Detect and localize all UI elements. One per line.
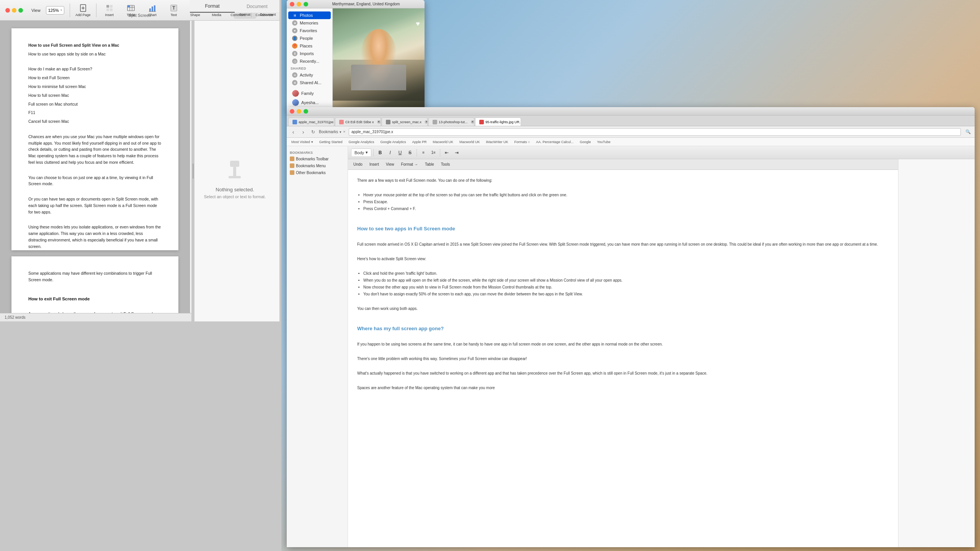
italic-button[interactable]: I (385, 148, 395, 157)
svg-rect-33 (233, 167, 236, 178)
forward-button[interactable]: › (299, 128, 307, 136)
refresh-button[interactable]: ↻ (309, 128, 317, 136)
inner-document[interactable]: Body ▾ B I U S ≡ 1≡ ⇤ ⇥ (348, 146, 975, 547)
insert-button[interactable]: Insert (100, 2, 119, 19)
sidebar-family[interactable]: Family (288, 89, 331, 98)
back-button[interactable]: ‹ (289, 128, 297, 136)
doc-item1: How do I make an app Full Screen? (28, 66, 162, 72)
inner-menu-insert[interactable]: Insert (366, 161, 382, 167)
tab-1-close[interactable]: ✕ (377, 120, 381, 124)
browser-tab-2[interactable]: split_screen_mac.x ✕ (382, 117, 428, 126)
doc-item2: How to exit Full Screen (28, 75, 162, 81)
browser-tabs-bar: apple_mac_319701jpe... ✕ Cit Edi Edit St… (287, 116, 975, 126)
sidebar-shared-al[interactable]: ⊕ Shared Al... (288, 79, 331, 86)
sidebar-item-photos[interactable]: ⊞ Photos (288, 11, 331, 19)
photos-title: Merthyrmawr, England, United Kingdom (310, 2, 421, 6)
bookmark-percentage[interactable]: AA. Percentage Calcul... (534, 140, 575, 144)
split-view-divider[interactable] (191, 21, 194, 321)
inner-sep-2 (416, 149, 417, 156)
sidebar-item-favorites[interactable]: ♥ Favorites (288, 27, 331, 34)
view-button[interactable]: View (29, 7, 43, 13)
places-icon: 📍 (292, 43, 297, 49)
sidebar-item-places[interactable]: 📍 Places (288, 42, 331, 50)
bold-button[interactable]: B (376, 148, 385, 157)
sidebar-ayesha[interactable]: Ayesha... (288, 98, 331, 107)
underline-button[interactable]: U (395, 148, 405, 157)
add-page-button[interactable]: Add Page (73, 2, 93, 19)
search-button[interactable]: 🔍 (964, 128, 972, 136)
inner-menu-table[interactable]: Table (422, 161, 437, 167)
browser-minimize-button[interactable] (297, 109, 301, 114)
sidebar-item-imports[interactable]: ⬇ Imports (288, 50, 331, 57)
body-dropdown-label: Body (354, 150, 364, 155)
bookmark-most-visited[interactable]: Most Visited ▾ (290, 140, 315, 144)
inner-list-item-2: Press Control + Command + F. (363, 206, 965, 212)
media-label: Media (212, 13, 222, 17)
body-dropdown-arrow: ▾ (366, 150, 368, 155)
browser-navbar: ‹ › ↻ Bookmarks ▾ ✕ 🔍 (287, 126, 975, 138)
browser-tab-0[interactable]: apple_mac_319701jpe... ✕ (288, 117, 334, 126)
bookmark-imacwriter[interactable]: iMacWriter UK (485, 140, 510, 144)
tab-1-favicon (339, 120, 344, 124)
format-select-prompt: Select an object or text to format. (198, 194, 272, 200)
list-num-button[interactable]: 1≡ (429, 148, 438, 157)
bookmark-macworld-uk-2[interactable]: Macworld UK (458, 140, 482, 144)
doc-item5: Full screen on Mac shortcut (28, 101, 162, 108)
photos-fullscreen-button[interactable] (304, 2, 308, 7)
sidebar-places-label: Places (300, 44, 312, 48)
sidebar-memories-label: Memories (300, 21, 318, 25)
zoom-arrow-icon: ▾ (60, 8, 62, 12)
address-bar[interactable] (349, 128, 961, 136)
sidebar-item-people[interactable]: 👤 People (288, 34, 331, 42)
document-area[interactable]: How to use Full Screen and Split View on… (0, 21, 190, 321)
photos-minimize-button[interactable] (297, 2, 301, 7)
bookmarks-toggle[interactable]: Bookmarks ▾ ✕ (319, 130, 346, 134)
photo-favorite-icon[interactable]: ♥ (416, 20, 420, 28)
bookmark-google[interactable]: Google (578, 140, 592, 144)
svg-rect-5 (106, 8, 109, 11)
indent-left-button[interactable]: ⇤ (442, 148, 451, 157)
add-page-label: Add Page (75, 13, 91, 17)
indent-right-button[interactable]: ⇥ (452, 148, 461, 157)
bookmark-getting-started[interactable]: Getting Started (318, 140, 344, 144)
close-button[interactable] (5, 8, 10, 13)
tab-2-close[interactable]: ✕ (425, 120, 428, 124)
bookmark-formats[interactable]: Formats ○ (513, 140, 531, 144)
sidebar-recently-label: Recently... (300, 59, 319, 64)
photos-body: ⊞ Photos ★ Memories ♥ Favorites 👤 People… (287, 8, 425, 111)
browser-sidebar-section: Bookmarks (287, 149, 348, 155)
bookmark-google-analytics-2[interactable]: Google Analytics (379, 140, 407, 144)
inner-menu-view[interactable]: View (383, 161, 397, 167)
browser-fullscreen-button[interactable] (304, 109, 308, 114)
browser-sidebar-other[interactable]: Other Bookmarks (287, 169, 348, 176)
bookmark-apple-pr[interactable]: Apple PR (411, 140, 428, 144)
body-dropdown[interactable]: Body ▾ (351, 148, 371, 157)
sidebar-item-recently[interactable]: ◷ Recently... (288, 57, 331, 65)
imacwriter-label: iMacWriter UK (486, 140, 508, 144)
inner-menu-undo[interactable]: Undo (350, 161, 366, 167)
inner-menu-format[interactable]: Format → (398, 161, 421, 167)
browser-tab-1[interactable]: Cit Edi Edit Stibe x ✕ (335, 117, 381, 126)
recently-icon: ◷ (292, 59, 297, 64)
browser-close-button[interactable] (290, 109, 294, 114)
bookmark-google-analytics[interactable]: Google Analytics (347, 140, 376, 144)
photos-close-button[interactable] (290, 2, 294, 7)
minimize-button[interactable] (12, 8, 16, 13)
strikethrough-button[interactable]: S (405, 148, 415, 157)
browser-tab-3[interactable]: 13-photoshop-tut... ✕ (428, 117, 474, 126)
browser-sidebar-toolbar[interactable]: Bookmarks Toolbar (287, 155, 348, 162)
bookmark-macworld-uk[interactable]: Macworld UK (431, 140, 455, 144)
tab-3-close[interactable]: ✕ (471, 120, 474, 124)
zoom-control[interactable]: 125% ▾ (46, 6, 64, 15)
separator-1 (70, 3, 70, 17)
fullscreen-button[interactable] (18, 8, 23, 13)
sidebar-item-memories[interactable]: ★ Memories (288, 19, 331, 27)
sidebar-activity[interactable]: ≋ Activity (288, 71, 331, 79)
inner-activate-0: Click and hold the green 'traffic light'… (363, 271, 965, 277)
bookmark-youtube[interactable]: YouTube (595, 140, 612, 144)
text-button[interactable]: T Text (164, 2, 184, 19)
list-button[interactable]: ≡ (419, 148, 428, 157)
browser-sidebar-menu[interactable]: Bookmarks Menu (287, 162, 348, 169)
browser-tab-4[interactable]: 95-traffic-lights.jpg UR... ✕ (475, 117, 521, 126)
inner-menu-tools[interactable]: Tools (438, 161, 453, 167)
